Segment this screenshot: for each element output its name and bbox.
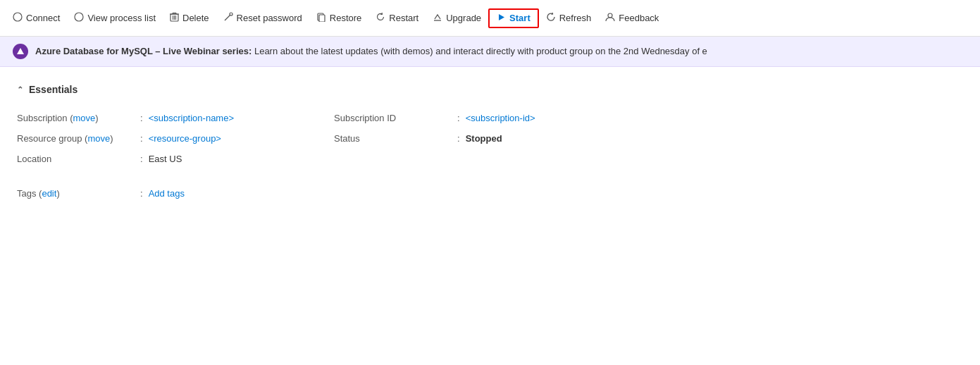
view-process-list-icon (74, 12, 84, 24)
svg-marker-17 (17, 48, 24, 54)
restart-button[interactable]: Restart (368, 8, 426, 28)
subscription-field: Subscription (move) : <subscription-name… (17, 108, 334, 128)
tags-label: Tags (edit) (17, 188, 140, 199)
svg-point-1 (75, 13, 83, 21)
essentials-title: Essentials (29, 84, 77, 95)
essentials-grid: Subscription (move) : <subscription-name… (17, 108, 651, 169)
location-label: Location (17, 154, 140, 164)
status-field: Status : Stopped (334, 128, 651, 149)
connect-icon (13, 12, 23, 24)
restart-icon (376, 12, 385, 24)
feedback-icon (605, 12, 615, 24)
restore-icon (316, 12, 326, 24)
delete-icon (170, 12, 179, 24)
start-icon (497, 13, 506, 24)
main-content: ⌃ Essentials Subscription (move) : <subs… (0, 67, 980, 221)
svg-marker-15 (499, 14, 504, 20)
upgrade-button[interactable]: Upgrade (426, 8, 488, 28)
start-button[interactable]: Start (488, 8, 539, 28)
subscription-label: Subscription (move) (17, 113, 140, 123)
subscription-id-label: Subscription ID (334, 113, 457, 123)
location-value: East US (149, 154, 182, 164)
subscription-name-link[interactable]: <subscription-name> (149, 113, 234, 123)
toolbar: Connect View process list Delete (0, 0, 980, 37)
resource-group-field: Resource group (move) : <resource-group> (17, 128, 334, 149)
refresh-button[interactable]: Refresh (539, 8, 599, 28)
svg-line-10 (225, 15, 230, 20)
subscription-id-field: Subscription ID : <subscription-id> (334, 108, 651, 128)
upgrade-icon (433, 12, 442, 24)
svg-rect-13 (319, 15, 325, 22)
resource-group-move-link[interactable]: move (87, 133, 110, 144)
status-label: Status (334, 133, 457, 144)
announcement-banner: Azure Database for MySQL – Live Webinar … (0, 37, 980, 67)
svg-point-16 (608, 13, 612, 18)
banner-icon (13, 44, 28, 59)
essentials-section-header: ⌃ Essentials (17, 84, 963, 95)
reset-password-icon (223, 12, 233, 24)
subscription-move-link[interactable]: move (73, 113, 95, 123)
add-tags-link[interactable]: Add tags (149, 188, 185, 199)
tags-edit-link[interactable]: edit (42, 188, 56, 199)
subscription-id-link[interactable]: <subscription-id> (466, 113, 535, 123)
tags-field: Tags (edit) : Add tags (17, 183, 963, 204)
tags-add-value: Add tags (149, 188, 185, 199)
view-process-list-button[interactable]: View process list (67, 8, 163, 28)
resource-group-value: <resource-group> (149, 133, 221, 144)
location-field: Location : East US (17, 149, 334, 169)
collapse-chevron[interactable]: ⌃ (17, 85, 23, 94)
tags-section: Tags (edit) : Add tags (17, 183, 963, 204)
restore-button[interactable]: Restore (309, 8, 369, 28)
refresh-icon (546, 12, 556, 24)
connect-button[interactable]: Connect (6, 8, 67, 28)
svg-point-11 (230, 13, 232, 16)
reset-password-button[interactable]: Reset password (216, 8, 309, 28)
resource-group-label: Resource group (move) (17, 133, 140, 144)
delete-button[interactable]: Delete (163, 8, 216, 28)
banner-text: Azure Database for MySQL – Live Webinar … (35, 45, 707, 58)
feedback-button[interactable]: Feedback (598, 8, 666, 28)
resource-group-link[interactable]: <resource-group> (149, 133, 221, 144)
subscription-value: <subscription-name> (149, 113, 234, 123)
svg-point-0 (13, 13, 22, 21)
subscription-id-value: <subscription-id> (466, 113, 535, 123)
status-value: Stopped (466, 133, 502, 144)
